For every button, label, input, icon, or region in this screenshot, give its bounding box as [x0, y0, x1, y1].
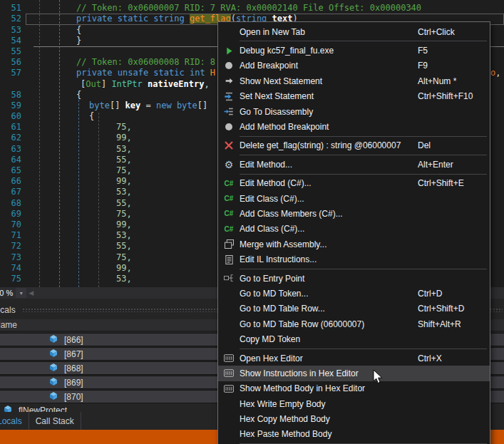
menu-item[interactable]: C#Add Class Members (C#)...	[218, 206, 490, 221]
menu-item[interactable]: Set Next StatementCtrl+Shift+F10	[218, 89, 490, 104]
scroll-left-arrow-icon[interactable]: ◀	[29, 289, 34, 296]
locals-row-label: [866]	[64, 335, 83, 345]
code-text: 55,	[29, 155, 132, 165]
empty-icon	[218, 301, 240, 316]
delete-x-icon	[218, 138, 240, 153]
menu-item[interactable]: Add BreakpointF9	[218, 58, 490, 73]
code-text: 53,	[29, 230, 132, 241]
menu-item[interactable]: Hex Write Empty Body	[218, 396, 490, 411]
code-text: private unsafe static int H	[29, 68, 215, 78]
line-number[interactable]: 73	[0, 252, 21, 263]
line-number[interactable]: 62	[0, 133, 21, 143]
code-line[interactable]: 51// Token: 0x06000007 RID: 7 RVA: 0x000…	[0, 3, 504, 14]
menu-item-label: Show Next Statement	[240, 76, 418, 86]
menu-item[interactable]: Copy MD Token	[218, 331, 490, 346]
menu-item[interactable]: Open in New TabCtrl+Click	[218, 24, 490, 39]
menu-item-label: Debug kc57_final_fu.exe	[240, 46, 418, 56]
menu-item[interactable]: Go To Disassembly	[218, 104, 490, 119]
empty-icon	[218, 286, 240, 301]
line-number[interactable]: 68	[0, 198, 21, 209]
line-number[interactable]: 70	[0, 220, 21, 230]
line-number[interactable]: 72	[0, 241, 21, 252]
line-number[interactable]: 55	[0, 46, 21, 57]
tab-locals[interactable]: Locals	[0, 412, 29, 430]
menu-item-label: Go to MD Table Row...	[240, 304, 418, 314]
menu-item-shortcut: Ctrl+Click	[418, 27, 490, 37]
menu-item[interactable]: Open Hex EditorCtrl+X	[218, 351, 490, 366]
menu-item[interactable]: Show Next StatementAlt+Num *	[218, 73, 490, 88]
line-number[interactable]: 64	[0, 155, 21, 165]
line-number[interactable]: 54	[0, 36, 21, 46]
menu-item[interactable]: Hex Paste Method Body	[218, 427, 490, 442]
menu-item[interactable]: Go to MD Token...Ctrl+D	[218, 286, 490, 301]
csharp-icon: C#	[218, 206, 240, 221]
code-text: {	[29, 90, 81, 100]
tab-call-stack[interactable]: Call Stack	[29, 412, 81, 430]
line-number[interactable]: 74	[0, 263, 21, 274]
zoom-dropdown-button[interactable]: ▾	[16, 288, 26, 298]
menu-item-label: Go to Entry Point	[240, 274, 418, 284]
local-variable-icon	[48, 392, 64, 402]
menu-item[interactable]: Show Method Body in Hex Editor	[218, 381, 490, 396]
line-number[interactable]: 69	[0, 209, 21, 220]
menu-separator	[240, 41, 487, 41]
code-text: 75,	[29, 165, 132, 176]
menu-item[interactable]: Show Instructions in Hex Editor	[218, 366, 490, 381]
menu-item[interactable]: Merge with Assembly...	[218, 237, 490, 252]
menu-item[interactable]: ⚙Edit Method...Alt+Enter	[218, 157, 490, 172]
line-number[interactable]: 57	[0, 68, 21, 78]
empty-icon	[218, 331, 240, 346]
menu-item-label: Edit Class (C#)...	[240, 194, 418, 204]
menu-item[interactable]: Go to MD Table Row...Ctrl+Shift+D	[218, 301, 490, 316]
menu-item[interactable]: C#Edit Class (C#)...	[218, 191, 490, 206]
hex-editor-icon	[218, 366, 240, 381]
line-number[interactable]: 56	[0, 57, 21, 68]
menu-item[interactable]: Add Method Breakpoint	[218, 119, 490, 134]
line-number[interactable]: 61	[0, 122, 21, 133]
menu-item[interactable]: Go to MD Table Row (06000007)Shift+Alt+R	[218, 316, 490, 331]
line-number[interactable]: 75	[0, 274, 21, 284]
line-number[interactable]: 53	[0, 25, 21, 36]
code-text: {	[29, 111, 94, 122]
gear-icon: ⚙	[218, 157, 240, 172]
local-variable-icon	[48, 378, 64, 388]
line-number[interactable]: 51	[0, 3, 21, 14]
chevron-down-icon: ▾	[20, 290, 23, 296]
menu-item[interactable]: C#Add Class (C#)...	[218, 222, 490, 237]
line-number[interactable]: 59	[0, 100, 21, 111]
local-variable-icon	[3, 406, 19, 413]
menu-item-label: Show Method Body in Hex Editor	[240, 383, 418, 393]
empty-icon	[218, 396, 240, 411]
code-text: 75,	[29, 122, 132, 133]
entry-point-icon	[218, 271, 240, 286]
menu-item[interactable]: Hex Copy Method Body	[218, 411, 490, 426]
merge-assembly-icon	[218, 237, 240, 252]
line-number[interactable]: 58	[0, 90, 21, 100]
line-number[interactable]: 60	[0, 111, 21, 122]
menu-item[interactable]: C#Edit Method (C#)...Ctrl+Shift+E	[218, 176, 490, 191]
line-number[interactable]: 66	[0, 176, 21, 187]
line-number[interactable]	[0, 79, 21, 90]
menu-item[interactable]: Debug kc57_final_fu.exeF5	[218, 43, 490, 58]
line-number[interactable]: 71	[0, 230, 21, 241]
line-number[interactable]: 65	[0, 165, 21, 176]
menu-item[interactable]: Go to Entry Point	[218, 271, 490, 286]
menu-separator	[240, 155, 487, 155]
code-text: }	[29, 36, 81, 46]
line-number[interactable]: 63	[0, 144, 21, 155]
menu-item-shortcut: Shift+Alt+R	[418, 319, 490, 329]
locals-row-label: [868]	[64, 363, 83, 373]
menu-item-label: Open in New Tab	[240, 27, 418, 37]
local-variable-icon	[48, 363, 64, 373]
menu-item-shortcut: Del	[418, 140, 490, 150]
empty-icon	[218, 316, 240, 331]
line-number[interactable]: 52	[0, 14, 21, 24]
locals-row-label: [870]	[64, 392, 83, 402]
code-text: 53,	[29, 187, 132, 197]
empty-icon	[218, 411, 240, 426]
locals-row-label: [867]	[64, 349, 83, 359]
menu-item[interactable]: Edit IL Instructions...	[218, 252, 490, 267]
line-number[interactable]: 67	[0, 187, 21, 197]
code-text: 99,	[29, 263, 132, 274]
menu-item[interactable]: Delete get_flag(string) : string @060000…	[218, 138, 490, 153]
